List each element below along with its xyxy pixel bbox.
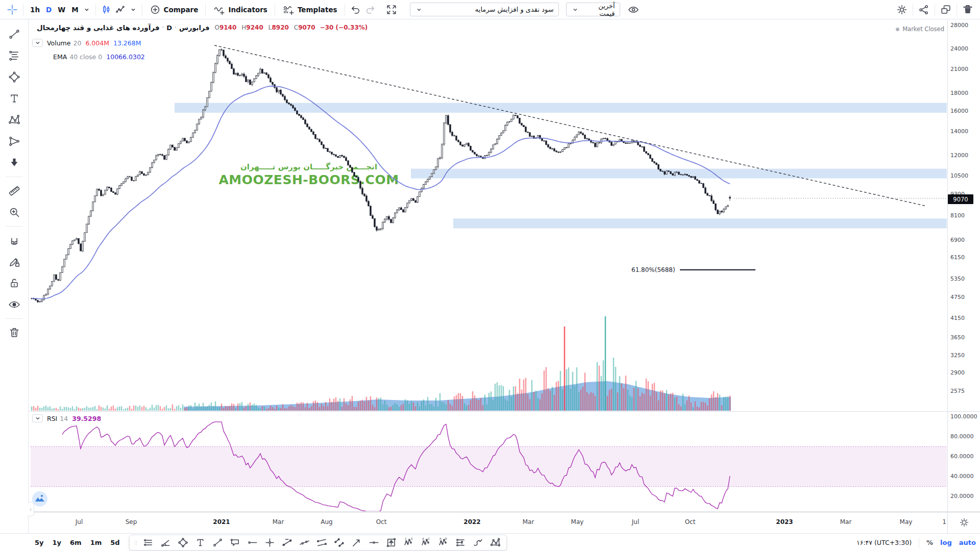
interval-chevron-icon[interactable] [82,3,92,17]
interval-button-M[interactable]: M [68,4,81,15]
candles-chart-type-icon[interactable] [100,3,114,17]
open-label: O [214,24,219,31]
chart-type-chevron-icon[interactable] [128,3,138,17]
lock-all-icon[interactable] [5,273,24,293]
pane-separator[interactable] [29,411,980,412]
cross-line-icon[interactable] [261,536,278,550]
ema-legend[interactable]: EMA 40 close 0 10066.0302 [53,53,145,61]
share-icon[interactable] [917,3,931,17]
chevron-down-icon [34,39,42,47]
arrow-icon[interactable] [348,536,365,550]
shapes-icon[interactable] [5,67,24,87]
trend-line-icon[interactable] [5,24,24,44]
delete-trash-icon[interactable] [961,3,975,17]
log-scale-button[interactable]: log [940,539,952,546]
clock-display[interactable]: ۱۶:۴۷ (UTC+3:30) [856,539,912,546]
percent-scale-button[interactable]: % [926,539,933,546]
sidebar-collapse-handle[interactable]: ‹ [28,502,34,516]
toolbar-separator [935,4,935,16]
interval-button-1h[interactable]: 1h [27,4,43,15]
price-axis-border [947,19,948,533]
elliott-wave-15-icon[interactable]: 15 [400,536,417,550]
volume-legend[interactable]: Volume 20 6.004M 13.268M [32,39,141,47]
extended-line-icon[interactable] [296,536,313,550]
projection-icon[interactable] [382,536,400,550]
ruler-icon[interactable] [5,181,24,201]
callout-icon[interactable] [226,536,243,550]
bottom-toolbar: 5y1y6m1m5d1d 15ACAE ۱۶:۴۷ (UTC+3:30) % l… [0,533,980,551]
templates-icon [282,4,295,16]
ema-params: 40 close 0 [69,53,102,61]
fib-retracement-icon[interactable] [5,46,24,65]
settings-gear-icon[interactable] [895,3,909,17]
text-icon[interactable] [191,536,209,550]
remove-all-icon[interactable] [5,323,24,342]
brush-icon[interactable] [469,536,486,550]
rsi-legend[interactable]: RSI 14 39.5298 [32,414,101,422]
xabcd-pattern-icon[interactable] [486,536,504,550]
multi-hline-icon[interactable] [139,536,157,550]
hide-all-icon[interactable] [5,295,24,314]
range-button-5y[interactable]: 5y [35,539,44,546]
zoom-in-icon[interactable] [5,203,24,222]
layout-icon[interactable] [939,3,953,17]
market-status: Market Closed [896,26,944,33]
rsi-collapse-button[interactable] [32,414,43,422]
last-price-label: 9070 [948,194,973,204]
crosshair-cursor-icon[interactable] [5,3,19,17]
time-tick-May: May [891,518,921,525]
range-button-5d[interactable]: 5d [110,539,119,546]
range-button-1m[interactable]: 1m [90,539,102,546]
auto-scale-button[interactable]: auto [959,539,976,546]
time-tick-Oct: Oct [366,518,397,525]
fib-channel-icon[interactable] [452,536,469,550]
drawing-mode-icon[interactable] [5,252,24,271]
drag-handle-icon[interactable] [132,536,139,550]
redo-icon[interactable] [363,3,377,17]
adjustments-dropdown-value: سود نقدی و افزایش سرمایه [427,6,554,13]
axis-settings-button[interactable] [948,512,980,533]
text-icon[interactable] [5,89,24,108]
xabcd-pattern-icon[interactable] [5,110,24,130]
info-line-icon[interactable] [278,536,296,550]
price-mode-dropdown[interactable]: آخرین قیمت [566,3,620,16]
line-chart-type-icon[interactable] [114,3,128,17]
templates-button[interactable]: Templates [279,2,341,17]
interval-button-D[interactable]: D [43,4,55,15]
rsi-length: 14 [60,415,68,422]
toolbar-separator [275,4,275,16]
floating-draw-toolbar[interactable]: 15ACAE [129,535,507,550]
arrow-marker-icon[interactable] [5,153,24,172]
symbol-legend[interactable]: فرآورده های غذایی و قند چهارمحال · D · ف… [37,23,368,32]
chart-canvas[interactable]: 61.80%(5688) [0,0,980,533]
pattern-ae-icon[interactable]: AE [434,536,452,550]
volume-label: Volume [47,39,71,47]
horizontal-line-icon[interactable] [365,536,382,550]
compare-button[interactable]: Compare [146,3,202,17]
trend-line-icon[interactable] [209,536,226,550]
sidebar-divider [6,226,23,227]
trend-angle-icon[interactable] [157,536,174,550]
pattern-ac-icon[interactable]: AC [417,536,434,550]
magnet-icon[interactable] [5,231,24,250]
ema-value: 10066.0302 [106,53,145,61]
interval-button-W[interactable]: W [55,4,68,15]
range-button-6m[interactable]: 6m [70,539,82,546]
svg-text:C: C [428,537,430,540]
fullscreen-icon[interactable] [384,3,399,17]
volume-collapse-button[interactable] [32,39,43,47]
parallel-channel-icon[interactable] [330,536,348,550]
forecast-icon[interactable] [5,132,24,151]
price-tick: 4750 [950,294,965,300]
adjustments-dropdown[interactable]: سود نقدی و افزایش سرمایه [410,3,559,16]
range-button-1y[interactable]: 1y [53,539,62,546]
horizontal-ray-icon[interactable] [243,536,261,550]
disjoint-channel-icon[interactable] [313,536,330,550]
undo-icon[interactable] [349,3,363,17]
price-tick: 2575 [950,388,965,394]
sun-icon [959,517,970,528]
indicators-button[interactable]: Indicators [209,2,271,17]
symbol-exchange: فرابورس [179,24,210,32]
rotated-rect-icon[interactable] [174,536,191,550]
eye-visibility-icon[interactable] [626,3,641,17]
